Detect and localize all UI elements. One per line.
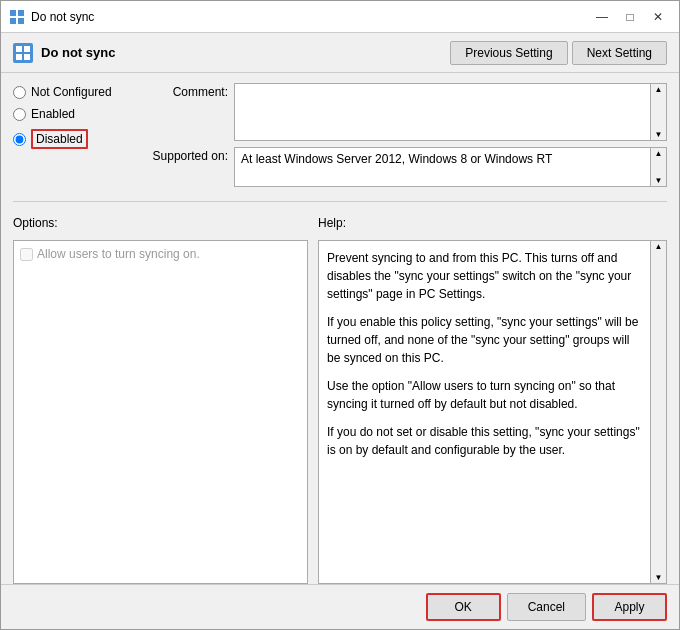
options-box: Allow users to turn syncing on. [13, 240, 308, 584]
header-bar: Do not sync Previous Setting Next Settin… [1, 33, 679, 73]
supported-value: At least Windows Server 2012, Windows 8 … [234, 147, 651, 187]
options-label: Options: [13, 216, 308, 230]
comment-scroll-up[interactable]: ▲ [655, 85, 663, 94]
divider [13, 201, 667, 202]
svg-rect-3 [18, 18, 24, 24]
comment-scrollbar: ▲ ▼ [651, 83, 667, 141]
help-p2: If you enable this policy setting, "sync… [327, 313, 642, 367]
enabled-label: Enabled [31, 107, 75, 121]
enabled-radio[interactable] [13, 108, 26, 121]
allow-syncing-text: Allow users to turn syncing on. [37, 247, 200, 261]
svg-rect-1 [18, 10, 24, 16]
ok-button[interactable]: OK [426, 593, 501, 621]
help-scrollbar: ▲ ▼ [651, 240, 667, 584]
header-icon [13, 43, 33, 63]
cancel-button[interactable]: Cancel [507, 593, 586, 621]
svg-rect-0 [10, 10, 16, 16]
title-buttons: — □ ✕ [589, 7, 671, 27]
nav-buttons: Previous Setting Next Setting [450, 41, 667, 65]
comment-textarea[interactable] [234, 83, 651, 141]
help-scroll-up[interactable]: ▲ [655, 242, 663, 251]
maximize-button[interactable]: □ [617, 7, 643, 27]
help-p4: If you do not set or disable this settin… [327, 423, 642, 459]
comment-scroll-down[interactable]: ▼ [655, 130, 663, 139]
svg-rect-5 [16, 46, 22, 52]
title-text: Do not sync [31, 10, 94, 24]
close-button[interactable]: ✕ [645, 7, 671, 27]
help-scroll-down[interactable]: ▼ [655, 573, 663, 582]
disabled-radio[interactable] [13, 133, 26, 146]
help-p1: Prevent syncing to and from this PC. Thi… [327, 249, 642, 303]
not-configured-label: Not Configured [31, 85, 112, 99]
svg-rect-2 [10, 18, 16, 24]
prev-setting-button[interactable]: Previous Setting [450, 41, 567, 65]
not-configured-radio[interactable] [13, 86, 26, 99]
comment-container: ▲ ▼ [234, 83, 667, 141]
disabled-label: Disabled [31, 129, 88, 149]
svg-rect-8 [24, 54, 30, 60]
top-section: Not Configured Enabled Disabled Comment: [13, 83, 667, 187]
next-setting-button[interactable]: Next Setting [572, 41, 667, 65]
title-bar: Do not sync — □ ✕ [1, 1, 679, 33]
bottom-section: Allow users to turn syncing on. Prevent … [13, 240, 667, 584]
minimize-button[interactable]: — [589, 7, 615, 27]
header-title: Do not sync [41, 45, 442, 60]
right-fields: Comment: ▲ ▼ Supported on: At least Wind… [148, 83, 667, 187]
not-configured-radio-label[interactable]: Not Configured [13, 85, 138, 99]
help-label: Help: [318, 216, 667, 230]
allow-syncing-label[interactable]: Allow users to turn syncing on. [20, 247, 301, 261]
main-content: Not Configured Enabled Disabled Comment: [1, 73, 679, 584]
window-icon [9, 9, 25, 25]
disabled-radio-label[interactable]: Disabled [13, 129, 138, 149]
svg-rect-7 [16, 54, 22, 60]
title-bar-left: Do not sync [9, 9, 94, 25]
apply-button[interactable]: Apply [592, 593, 667, 621]
help-box: Prevent syncing to and from this PC. Thi… [318, 240, 651, 584]
footer: OK Cancel Apply [1, 584, 679, 629]
allow-syncing-checkbox[interactable] [20, 248, 33, 261]
section-labels: Options: Help: [13, 216, 667, 230]
svg-rect-6 [24, 46, 30, 52]
supported-container: At least Windows Server 2012, Windows 8 … [234, 147, 667, 187]
help-p3: Use the option "Allow users to turn sync… [327, 377, 642, 413]
comment-label: Comment: [148, 83, 228, 99]
radio-group: Not Configured Enabled Disabled [13, 83, 138, 187]
supported-scroll-down[interactable]: ▼ [655, 176, 663, 185]
help-section: Prevent syncing to and from this PC. Thi… [318, 240, 667, 584]
main-window: Do not sync — □ ✕ Do not sync Previous S… [0, 0, 680, 630]
options-section: Allow users to turn syncing on. [13, 240, 308, 584]
enabled-radio-label[interactable]: Enabled [13, 107, 138, 121]
comment-row: Comment: ▲ ▼ [148, 83, 667, 141]
supported-scroll-up[interactable]: ▲ [655, 149, 663, 158]
supported-label: Supported on: [148, 147, 228, 163]
supported-scrollbar: ▲ ▼ [651, 147, 667, 187]
supported-row: Supported on: At least Windows Server 20… [148, 147, 667, 187]
